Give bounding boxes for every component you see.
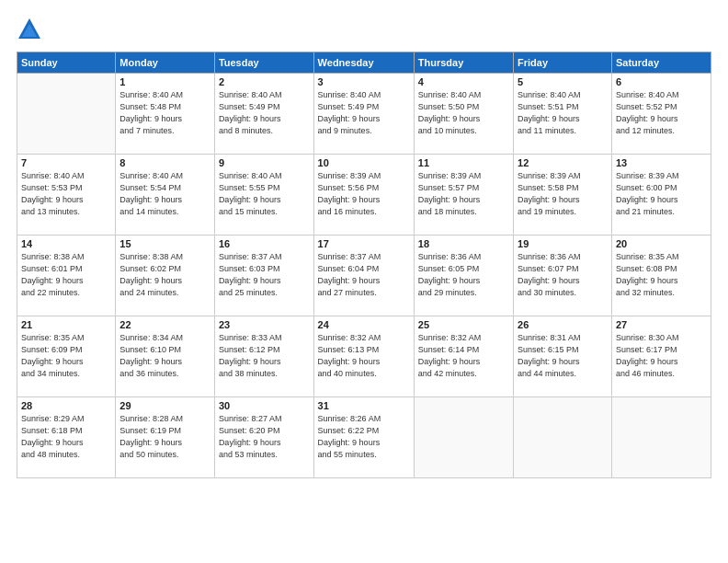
calendar-cell: 26Sunrise: 8:31 AMSunset: 6:15 PMDayligh… (514, 316, 612, 397)
day-info: Sunrise: 8:40 AMSunset: 5:55 PMDaylight:… (219, 170, 310, 218)
day-number: 1 (119, 76, 210, 87)
calendar-cell: 3Sunrise: 8:40 AMSunset: 5:49 PMDaylight… (313, 74, 414, 155)
calendar-cell: 24Sunrise: 8:32 AMSunset: 6:13 PMDayligh… (313, 316, 414, 397)
day-number: 23 (219, 319, 310, 330)
calendar-header-row: SundayMondayTuesdayWednesdayThursdayFrid… (17, 52, 711, 74)
calendar-week-3: 14Sunrise: 8:38 AMSunset: 6:01 PMDayligh… (17, 236, 711, 316)
calendar-week-2: 7Sunrise: 8:40 AMSunset: 5:53 PMDaylight… (17, 155, 711, 236)
calendar-cell: 22Sunrise: 8:34 AMSunset: 6:10 PMDayligh… (116, 316, 215, 397)
calendar-cell: 9Sunrise: 8:40 AMSunset: 5:55 PMDaylight… (214, 155, 313, 236)
logo (17, 17, 46, 42)
calendar-cell (414, 397, 513, 478)
day-info: Sunrise: 8:27 AMSunset: 6:20 PMDaylight:… (219, 413, 310, 461)
day-number: 6 (616, 76, 707, 87)
logo-icon (17, 17, 42, 42)
day-number: 15 (119, 238, 210, 249)
calendar-cell: 2Sunrise: 8:40 AMSunset: 5:49 PMDaylight… (214, 74, 313, 155)
calendar-cell: 20Sunrise: 8:35 AMSunset: 6:08 PMDayligh… (611, 236, 711, 316)
day-info: Sunrise: 8:40 AMSunset: 5:49 PMDaylight:… (219, 89, 310, 137)
calendar-cell: 17Sunrise: 8:37 AMSunset: 6:04 PMDayligh… (313, 236, 414, 316)
day-number: 4 (418, 76, 509, 87)
calendar-week-4: 21Sunrise: 8:35 AMSunset: 6:09 PMDayligh… (17, 316, 711, 397)
day-number: 27 (616, 319, 707, 330)
calendar-cell: 15Sunrise: 8:38 AMSunset: 6:02 PMDayligh… (116, 236, 215, 316)
calendar-cell: 1Sunrise: 8:40 AMSunset: 5:48 PMDaylight… (116, 74, 215, 155)
day-header-wednesday: Wednesday (313, 52, 414, 74)
day-number: 14 (21, 238, 111, 249)
day-number: 17 (318, 238, 410, 249)
day-header-monday: Monday (116, 52, 215, 74)
day-number: 25 (418, 319, 509, 330)
calendar-cell: 13Sunrise: 8:39 AMSunset: 6:00 PMDayligh… (611, 155, 711, 236)
day-info: Sunrise: 8:38 AMSunset: 6:01 PMDaylight:… (21, 251, 111, 299)
day-info: Sunrise: 8:40 AMSunset: 5:53 PMDaylight:… (21, 170, 111, 218)
calendar-page: SundayMondayTuesdayWednesdayThursdayFrid… (0, 0, 728, 563)
day-number: 2 (219, 76, 310, 87)
day-info: Sunrise: 8:26 AMSunset: 6:22 PMDaylight:… (318, 413, 410, 461)
day-header-friday: Friday (514, 52, 612, 74)
day-info: Sunrise: 8:32 AMSunset: 6:14 PMDaylight:… (418, 332, 509, 380)
day-number: 26 (518, 319, 608, 330)
day-info: Sunrise: 8:36 AMSunset: 6:07 PMDaylight:… (518, 251, 608, 299)
day-info: Sunrise: 8:35 AMSunset: 6:08 PMDaylight:… (616, 251, 707, 299)
day-info: Sunrise: 8:30 AMSunset: 6:17 PMDaylight:… (616, 332, 707, 380)
calendar-cell: 14Sunrise: 8:38 AMSunset: 6:01 PMDayligh… (17, 236, 116, 316)
day-number: 19 (518, 238, 608, 249)
day-number: 10 (318, 157, 410, 168)
day-number: 3 (318, 76, 410, 87)
day-header-tuesday: Tuesday (214, 52, 313, 74)
day-number: 29 (119, 400, 210, 411)
day-info: Sunrise: 8:40 AMSunset: 5:48 PMDaylight:… (119, 89, 210, 137)
day-number: 31 (318, 400, 410, 411)
day-info: Sunrise: 8:40 AMSunset: 5:49 PMDaylight:… (318, 89, 410, 137)
day-header-saturday: Saturday (611, 52, 711, 74)
calendar-cell: 8Sunrise: 8:40 AMSunset: 5:54 PMDaylight… (116, 155, 215, 236)
day-number: 9 (219, 157, 310, 168)
day-info: Sunrise: 8:35 AMSunset: 6:09 PMDaylight:… (21, 332, 111, 380)
calendar-cell: 6Sunrise: 8:40 AMSunset: 5:52 PMDaylight… (611, 74, 711, 155)
day-number: 22 (119, 319, 210, 330)
day-number: 7 (21, 157, 111, 168)
calendar-cell: 21Sunrise: 8:35 AMSunset: 6:09 PMDayligh… (17, 316, 116, 397)
calendar-table: SundayMondayTuesdayWednesdayThursdayFrid… (17, 52, 711, 478)
calendar-cell: 30Sunrise: 8:27 AMSunset: 6:20 PMDayligh… (214, 397, 313, 478)
day-info: Sunrise: 8:38 AMSunset: 6:02 PMDaylight:… (119, 251, 210, 299)
day-number: 8 (119, 157, 210, 168)
day-info: Sunrise: 8:31 AMSunset: 6:15 PMDaylight:… (518, 332, 608, 380)
calendar-cell: 5Sunrise: 8:40 AMSunset: 5:51 PMDaylight… (514, 74, 612, 155)
day-info: Sunrise: 8:39 AMSunset: 5:56 PMDaylight:… (318, 170, 410, 218)
day-info: Sunrise: 8:34 AMSunset: 6:10 PMDaylight:… (119, 332, 210, 380)
day-number: 28 (21, 400, 111, 411)
day-number: 20 (616, 238, 707, 249)
day-info: Sunrise: 8:28 AMSunset: 6:19 PMDaylight:… (119, 413, 210, 461)
day-number: 11 (418, 157, 509, 168)
calendar-cell: 4Sunrise: 8:40 AMSunset: 5:50 PMDaylight… (414, 74, 513, 155)
calendar-cell: 10Sunrise: 8:39 AMSunset: 5:56 PMDayligh… (313, 155, 414, 236)
day-info: Sunrise: 8:36 AMSunset: 6:05 PMDaylight:… (418, 251, 509, 299)
calendar-week-1: 1Sunrise: 8:40 AMSunset: 5:48 PMDaylight… (17, 74, 711, 155)
day-header-sunday: Sunday (17, 52, 116, 74)
day-number: 18 (418, 238, 509, 249)
day-info: Sunrise: 8:37 AMSunset: 6:03 PMDaylight:… (219, 251, 310, 299)
day-number: 13 (616, 157, 707, 168)
calendar-cell: 12Sunrise: 8:39 AMSunset: 5:58 PMDayligh… (514, 155, 612, 236)
calendar-cell: 16Sunrise: 8:37 AMSunset: 6:03 PMDayligh… (214, 236, 313, 316)
day-number: 24 (318, 319, 410, 330)
day-number: 5 (518, 76, 608, 87)
day-info: Sunrise: 8:40 AMSunset: 5:54 PMDaylight:… (119, 170, 210, 218)
day-info: Sunrise: 8:40 AMSunset: 5:52 PMDaylight:… (616, 89, 707, 137)
day-number: 16 (219, 238, 310, 249)
day-number: 30 (219, 400, 310, 411)
day-number: 12 (518, 157, 608, 168)
calendar-cell: 29Sunrise: 8:28 AMSunset: 6:19 PMDayligh… (116, 397, 215, 478)
day-number: 21 (21, 319, 111, 330)
day-info: Sunrise: 8:32 AMSunset: 6:13 PMDaylight:… (318, 332, 410, 380)
day-header-thursday: Thursday (414, 52, 513, 74)
day-info: Sunrise: 8:37 AMSunset: 6:04 PMDaylight:… (318, 251, 410, 299)
calendar-cell: 23Sunrise: 8:33 AMSunset: 6:12 PMDayligh… (214, 316, 313, 397)
header (17, 17, 711, 42)
day-info: Sunrise: 8:29 AMSunset: 6:18 PMDaylight:… (21, 413, 111, 461)
calendar-cell: 28Sunrise: 8:29 AMSunset: 6:18 PMDayligh… (17, 397, 116, 478)
calendar-cell (514, 397, 612, 478)
day-info: Sunrise: 8:39 AMSunset: 5:57 PMDaylight:… (418, 170, 509, 218)
